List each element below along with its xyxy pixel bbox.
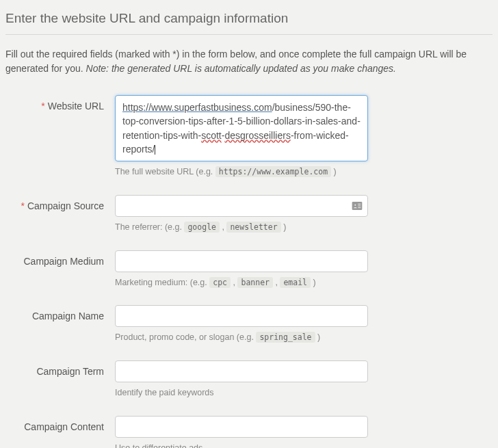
campaign-term-help: Identify the paid keywords (115, 386, 368, 399)
campaign-medium-label: Campaign Medium (5, 250, 115, 267)
field-campaign-name: Campaign Name Product, promo code, or sl… (5, 305, 493, 344)
text-caret (155, 145, 155, 155)
required-asterisk: * (21, 200, 24, 211)
campaign-term-label: Campaign Term (5, 360, 115, 377)
campaign-content-help: Use to differentiate ads (115, 442, 368, 448)
campaign-content-input[interactable] (115, 416, 368, 438)
intro-text: Fill out the required fields (marked wit… (5, 47, 493, 76)
spell-error: desgrosseilliers (224, 130, 290, 141)
svg-point-1 (354, 204, 356, 206)
campaign-source-label: *Campaign Source (5, 195, 115, 211)
campaign-name-label: Campaign Name (5, 305, 115, 321)
field-campaign-source: *Campaign Source The referrer: (e.g. goo… (5, 195, 493, 234)
website-url-label: *Website URL (5, 95, 115, 111)
intro-note: Note: the generated URL is automatically… (86, 63, 396, 74)
campaign-medium-help: Marketing medium: (e.g. cpc , banner , e… (115, 276, 368, 289)
campaign-name-input[interactable] (115, 305, 368, 327)
page-title: Enter the website URL and campaign infor… (5, 5, 493, 34)
campaign-content-label: Campaign Content (5, 416, 115, 432)
website-url-input[interactable]: https://www.superfastbusiness.com/busine… (115, 95, 368, 161)
divider (5, 34, 493, 35)
website-url-help: The full website URL (e.g. https://www.e… (115, 166, 368, 179)
required-asterisk: * (41, 101, 44, 111)
campaign-name-help: Product, promo code, or slogan (e.g. spr… (115, 331, 368, 344)
field-campaign-term: Campaign Term Identify the paid keywords (5, 360, 493, 399)
campaign-medium-input[interactable] (115, 250, 368, 272)
campaign-source-input[interactable] (115, 195, 368, 217)
contact-card-icon[interactable] (352, 201, 363, 211)
campaign-term-input[interactable] (115, 360, 368, 382)
spell-error: scott (201, 130, 222, 141)
campaign-source-help: The referrer: (e.g. google , newsletter … (115, 221, 368, 234)
url-protocol-link: https://www.superfastbusiness.com (122, 102, 272, 113)
field-campaign-content: Campaign Content Use to differentiate ad… (5, 416, 493, 448)
field-website-url: *Website URL https://www.superfastbusine… (5, 95, 493, 179)
field-campaign-medium: Campaign Medium Marketing medium: (e.g. … (5, 250, 493, 289)
